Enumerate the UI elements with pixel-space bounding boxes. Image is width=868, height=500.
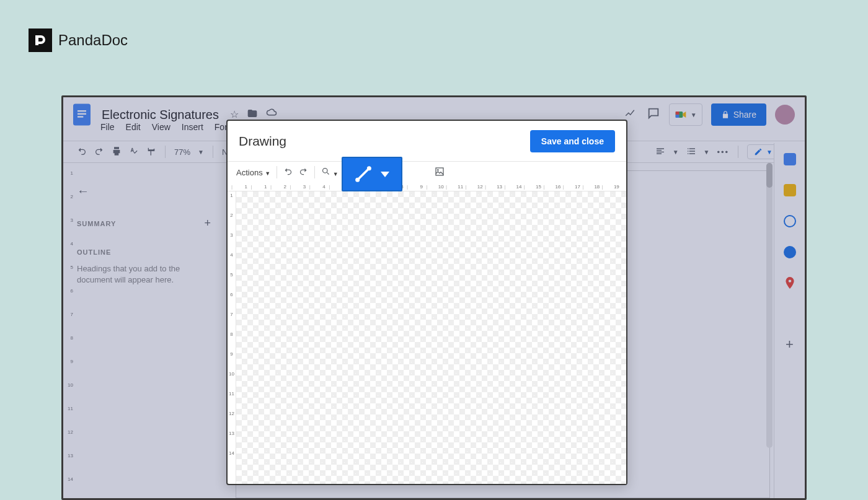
add-addon-icon[interactable]: + xyxy=(786,336,794,353)
save-and-close-button[interactable]: Save and close xyxy=(530,130,615,152)
more-icon[interactable]: ••• xyxy=(717,147,729,157)
redo-icon[interactable] xyxy=(94,146,104,158)
svg-point-13 xyxy=(367,166,371,170)
contacts-icon[interactable] xyxy=(784,246,796,258)
outline-back-icon[interactable]: ← xyxy=(77,184,211,198)
spellcheck-icon[interactable] xyxy=(129,146,139,158)
add-summary-icon[interactable]: + xyxy=(204,217,211,230)
comments-icon[interactable] xyxy=(647,107,660,123)
menu-edit[interactable]: Edit xyxy=(126,122,141,138)
document-title[interactable]: Electronic Signatures xyxy=(102,108,219,122)
svg-point-12 xyxy=(355,178,360,182)
undo-icon[interactable] xyxy=(77,146,87,158)
pandadoc-brand: PandaDoc xyxy=(29,29,128,52)
actions-menu[interactable]: Actions ▼ xyxy=(236,168,270,177)
pandadoc-brand-text: PandaDoc xyxy=(58,32,128,49)
drawing-dialog: Drawing Save and close Actions ▼ ▼ 11234… xyxy=(226,120,627,485)
svg-rect-9 xyxy=(436,168,443,175)
menu-file[interactable]: File xyxy=(100,122,115,138)
align-icon[interactable] xyxy=(655,146,665,158)
share-label: Share xyxy=(733,110,756,120)
outline-panel: ← SUMMARY + OUTLINE Headings that you ad… xyxy=(63,172,224,498)
svg-rect-5 xyxy=(675,112,679,115)
dialog-title: Drawing xyxy=(239,134,286,149)
svg-rect-3 xyxy=(78,116,83,117)
drawing-toolbar: Actions ▼ ▼ xyxy=(228,162,626,183)
account-avatar[interactable] xyxy=(775,105,795,125)
drawing-horizontal-ruler: 112345678910111213141516171819 xyxy=(228,183,626,191)
share-button[interactable]: Share xyxy=(711,103,766,126)
draw-redo-icon[interactable] xyxy=(299,167,308,178)
align-dropdown-icon[interactable]: ▼ xyxy=(673,149,679,156)
image-tool-icon[interactable] xyxy=(435,167,445,178)
menu-view[interactable]: View xyxy=(152,122,170,138)
outline-hint: Headings that you add to the document wi… xyxy=(77,263,211,286)
zoom-dropdown-icon[interactable]: ▼ xyxy=(198,149,204,156)
menu-insert[interactable]: Insert xyxy=(182,122,203,138)
zoom-tool-icon[interactable]: ▼ xyxy=(321,167,339,178)
scrollbar[interactable] xyxy=(766,163,773,448)
list-icon[interactable] xyxy=(686,146,696,158)
paint-format-icon[interactable] xyxy=(146,146,156,158)
list-dropdown-icon[interactable]: ▼ xyxy=(704,149,710,156)
draw-undo-icon[interactable] xyxy=(283,167,293,178)
zoom-level[interactable]: 77% xyxy=(174,147,190,157)
side-panel: + xyxy=(774,143,805,498)
pandadoc-logo-icon xyxy=(29,29,52,52)
google-docs-window: Electronic Signatures ☆ xyxy=(61,95,807,500)
calendar-icon[interactable] xyxy=(784,153,796,165)
move-icon[interactable] xyxy=(247,108,257,121)
summary-heading: SUMMARY xyxy=(77,220,116,227)
maps-icon[interactable] xyxy=(784,277,795,293)
svg-rect-2 xyxy=(78,113,86,115)
svg-rect-1 xyxy=(78,110,86,112)
print-icon[interactable] xyxy=(112,146,122,158)
drawing-vertical-ruler: 1234567891011121314 xyxy=(228,191,236,484)
star-icon[interactable]: ☆ xyxy=(230,108,239,121)
svg-rect-6 xyxy=(675,115,679,118)
cloud-status-icon[interactable] xyxy=(266,108,277,121)
svg-point-8 xyxy=(323,169,328,173)
line-tool-highlight[interactable] xyxy=(342,157,402,191)
meet-button[interactable]: ▼ xyxy=(669,103,702,126)
line-tool-dropdown-icon[interactable] xyxy=(381,172,389,177)
outline-heading: OUTLINE xyxy=(77,248,211,256)
drawing-canvas[interactable] xyxy=(236,191,626,484)
tasks-icon[interactable] xyxy=(784,215,796,227)
menu-bar: File Edit View Insert Form xyxy=(100,122,234,138)
svg-point-7 xyxy=(788,279,790,282)
svg-point-10 xyxy=(437,169,439,171)
google-docs-icon[interactable] xyxy=(71,101,93,128)
svg-line-11 xyxy=(358,169,370,180)
keep-icon[interactable] xyxy=(784,184,796,196)
